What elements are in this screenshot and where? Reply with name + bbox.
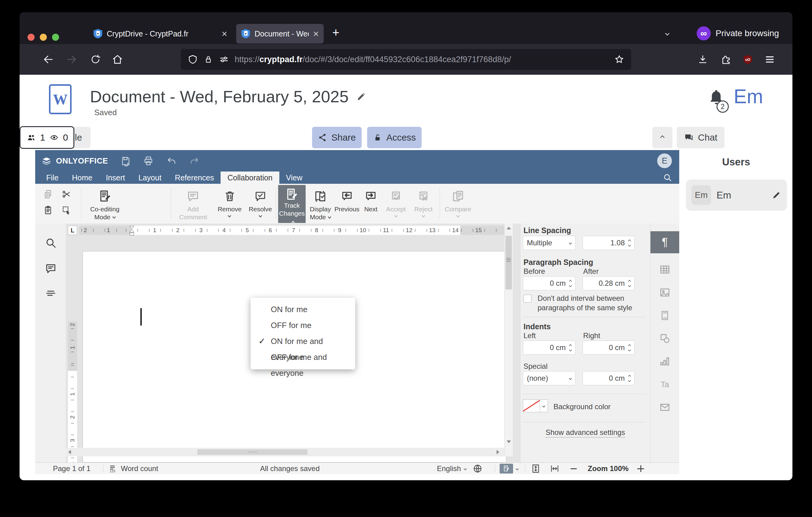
reject-button[interactable]: Reject (411, 185, 436, 223)
user-list-item[interactable]: Em Em (686, 180, 787, 211)
language-selector[interactable]: English (437, 463, 466, 474)
paste-button[interactable] (41, 203, 55, 217)
redo-button[interactable] (189, 156, 200, 167)
vertical-scroll-thumb[interactable] (505, 236, 512, 290)
edit-title-pencil-icon[interactable] (356, 91, 367, 102)
special-amount-stepper[interactable]: 0 cm (583, 371, 635, 385)
indent-markers-icon[interactable] (129, 226, 135, 236)
collapse-toolbar-button[interactable] (652, 127, 672, 148)
special-indent-select[interactable]: (none) (523, 371, 576, 385)
line-spacing-select[interactable]: Multiple (523, 236, 576, 250)
forward-button[interactable] (64, 52, 79, 67)
zoom-level[interactable]: Zoom 100% (588, 463, 629, 474)
tab-stop-selector[interactable] (68, 226, 77, 235)
fit-page-button[interactable] (531, 463, 541, 474)
textart-settings-icon[interactable] (650, 373, 679, 396)
menu-item-off-for-everyone[interactable]: OFF for me and everyone (251, 349, 355, 365)
new-tab-button[interactable] (332, 26, 339, 38)
tab-layout[interactable]: Layout (132, 171, 168, 184)
connection-lock-icon[interactable] (203, 55, 213, 64)
participants-indicator[interactable]: 1 0 (20, 126, 74, 149)
list-all-tabs-chevron-icon[interactable] (666, 31, 669, 36)
zoom-out-button[interactable] (571, 463, 577, 474)
page-count[interactable]: Page 1 of 1 (53, 463, 91, 474)
mail-merge-icon[interactable] (650, 396, 679, 418)
resolve-button[interactable]: Resolve (246, 185, 274, 223)
user-menu-initials[interactable]: Em (734, 85, 763, 108)
window-close-button[interactable] (28, 34, 35, 41)
menu-item-off-for-me[interactable]: OFF for me (251, 317, 355, 333)
tab-file[interactable]: File (39, 171, 65, 184)
back-button[interactable] (41, 52, 56, 67)
track-changes-status-toggle[interactable] (500, 463, 518, 474)
tab-view[interactable]: View (279, 171, 309, 184)
co-editing-mode-button[interactable]: Co-editing Mode (84, 185, 125, 223)
accept-button[interactable]: Accept (383, 185, 408, 223)
chat-button[interactable]: Chat (677, 127, 725, 148)
scroll-left-arrow-icon[interactable] (68, 450, 71, 454)
line-spacing-amount-stepper[interactable]: 1.08 (583, 236, 635, 250)
browser-tab-document[interactable]: Document - Wed, February 5, 2 (236, 24, 324, 44)
navigation-headings-icon[interactable] (44, 287, 58, 301)
window-zoom-button[interactable] (52, 34, 59, 41)
header-footer-settings-icon[interactable] (650, 304, 679, 326)
permissions-icon[interactable] (219, 54, 229, 65)
window-minimize-button[interactable] (40, 34, 47, 41)
select-all-button[interactable] (59, 203, 74, 217)
interval-checkbox[interactable] (523, 295, 531, 303)
editor-user-avatar[interactable]: E (657, 154, 672, 168)
find-search-icon[interactable] (44, 236, 58, 250)
access-button[interactable]: Access (367, 127, 422, 148)
indent-left-stepper[interactable]: 0 cm (523, 341, 576, 355)
reload-button[interactable] (88, 52, 103, 67)
editor-search-icon[interactable] (663, 173, 672, 183)
horizontal-scrollbar[interactable] (66, 448, 504, 456)
ublock-origin-icon[interactable]: uO (741, 52, 755, 67)
tracking-protection-shield-icon[interactable] (187, 54, 198, 65)
track-changes-button[interactable]: Track Changes (278, 185, 306, 223)
edit-user-pencil-icon[interactable] (772, 190, 781, 200)
comments-panel-icon[interactable] (44, 262, 58, 276)
remove-comments-button[interactable]: Remove (215, 185, 244, 223)
vertical-scrollbar[interactable] (504, 224, 513, 448)
menu-item-on-for-me[interactable]: ON for me (251, 301, 355, 317)
undo-button[interactable] (166, 156, 177, 167)
tab-home[interactable]: Home (65, 171, 99, 184)
zoom-in-button[interactable] (637, 463, 644, 474)
home-button[interactable] (110, 52, 125, 67)
bookmark-star-icon[interactable] (614, 54, 625, 65)
next-change-button[interactable]: Next (361, 185, 381, 223)
menu-item-on-for-everyone[interactable]: ON for me and everyone (251, 333, 355, 349)
tab-close-icon[interactable] (313, 29, 319, 39)
browser-tab-cryptdrive[interactable]: CryptDrive - CryptPad.fr (88, 24, 232, 44)
share-button[interactable]: Share (312, 127, 361, 148)
extensions-puzzle-icon[interactable] (719, 52, 733, 67)
copy-button[interactable] (41, 187, 55, 201)
tab-references[interactable]: References (168, 171, 221, 184)
indent-right-stepper[interactable]: 0 cm (583, 341, 635, 355)
fit-width-button[interactable] (550, 463, 559, 474)
scroll-up-arrow-icon[interactable] (507, 227, 511, 229)
downloads-icon[interactable] (695, 52, 710, 67)
paragraph-settings-icon[interactable] (650, 231, 679, 253)
print-button[interactable] (143, 156, 154, 167)
word-count-button[interactable]: 123 Word count (109, 463, 158, 474)
display-mode-button[interactable]: Display Mode (307, 185, 334, 223)
spacing-after-stepper[interactable]: 0.28 cm (583, 276, 635, 290)
tab-close-icon[interactable] (222, 29, 227, 39)
table-settings-icon[interactable] (650, 258, 679, 280)
spacing-before-stepper[interactable]: 0 cm (523, 276, 576, 290)
notifications-bell-icon[interactable]: 2 (707, 88, 729, 111)
chart-settings-icon[interactable] (650, 350, 679, 373)
background-color-picker[interactable] (523, 399, 548, 412)
ruler-horizontal[interactable]: 21123456789101112131415 (79, 226, 505, 235)
scroll-down-arrow-icon[interactable] (507, 440, 511, 443)
image-settings-icon[interactable] (650, 281, 679, 303)
tab-insert[interactable]: Insert (99, 171, 132, 184)
menu-hamburger-icon[interactable] (762, 52, 777, 67)
ruler-vertical[interactable]: 21123456 (68, 322, 77, 462)
compare-button[interactable]: Compare (443, 185, 473, 223)
url-bar[interactable]: https://cryptpad.fr/doc/#/3/doc/edit/ff0… (181, 49, 631, 70)
shape-settings-icon[interactable] (650, 327, 679, 350)
tab-collaboration[interactable]: Collaboration (221, 171, 279, 184)
